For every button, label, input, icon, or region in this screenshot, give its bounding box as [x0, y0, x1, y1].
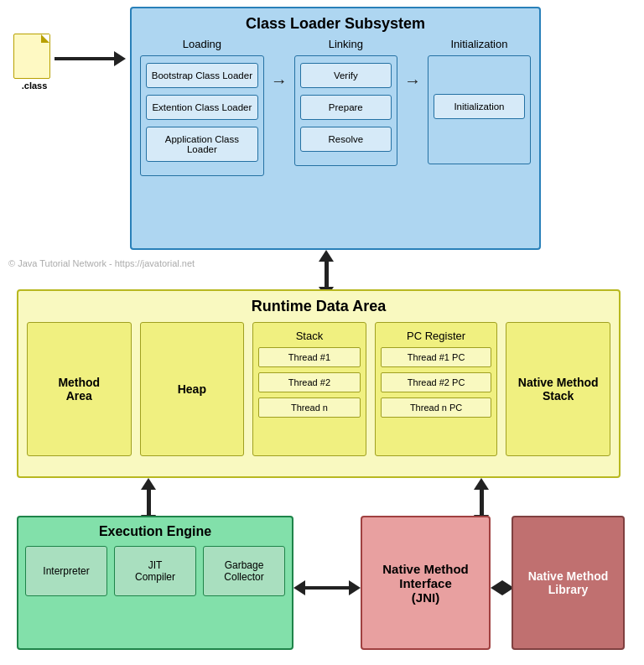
watermark: © Java Tutorial Network - https://javato…	[8, 258, 195, 268]
arrow-nmi-nml	[491, 581, 514, 595]
native-method-stack-label: Native MethodStack	[518, 376, 599, 403]
resolve-box: Resolve	[300, 127, 392, 152]
jit-compiler-label: JITCompiler	[135, 559, 175, 583]
linking-area: Verify Prepare Resolve	[294, 55, 397, 166]
linking-label: Linking	[294, 38, 397, 50]
prepare-box: Prepare	[300, 95, 392, 120]
arrow-class-to-loader	[55, 52, 126, 65]
pc-register-title: PC Register	[381, 330, 492, 342]
class-loader-subsystem: Class Loader Subsystem Loading Bootstrap…	[130, 7, 541, 250]
method-area-box: MethodArea	[27, 322, 132, 456]
runtime-data-area: Runtime Data Area MethodArea Heap Stack …	[17, 289, 621, 478]
nml-label: Native MethodLibrary	[528, 569, 609, 596]
exec-engine-title: Execution Engine	[18, 517, 292, 546]
cls-init-section: Initialization Initialization	[428, 38, 531, 164]
pc-register-box: PC Register Thread #1 PC Thread #2 PC Th…	[375, 322, 498, 456]
stack-box: Stack Thread #1 Thread #2 Thread n	[252, 322, 366, 456]
class-file-label: .class	[13, 81, 55, 91]
arrow-linking-init: →	[402, 71, 423, 91]
extension-class-loader: Extention Class Loader	[146, 95, 258, 120]
bootstrap-class-loader: Bootstrap Class Loader	[146, 63, 258, 88]
cls-loading-section: Loading Bootstrap Class Loader Extention…	[140, 38, 264, 176]
native-method-library: Native MethodLibrary	[512, 516, 625, 650]
thread-2: Thread #2	[258, 372, 361, 392]
native-method-interface: Native MethodInterface(JNI)	[361, 516, 491, 650]
arrow-exec-nmi	[293, 581, 361, 595]
runtime-sections: MethodArea Heap Stack Thread #1 Thread #…	[18, 322, 619, 456]
diagram-container: .class Class Loader Subsystem Loading Bo…	[0, 0, 644, 665]
thread-n: Thread n	[258, 397, 361, 418]
nmi-label: Native MethodInterface(JNI)	[382, 562, 469, 605]
init-label: Initialization	[428, 38, 531, 50]
loading-area: Bootstrap Class Loader Extention Class L…	[140, 55, 264, 176]
execution-engine: Execution Engine Interpreter JITCompiler…	[17, 516, 293, 650]
pc-thread-1: Thread #1 PC	[381, 347, 492, 367]
class-file-icon: .class	[13, 34, 55, 84]
pc-thread-2: Thread #2 PC	[381, 372, 492, 392]
native-method-stack-box: Native MethodStack	[506, 322, 610, 456]
loading-label: Loading	[140, 38, 264, 50]
runtime-title: Runtime Data Area	[18, 291, 619, 320]
heap-label: Heap	[178, 382, 206, 396]
stack-title: Stack	[258, 330, 361, 342]
application-class-loader: Application Class Loader	[146, 127, 258, 162]
jit-compiler-box: JITCompiler	[114, 546, 196, 596]
exec-sections: Interpreter JITCompiler GarbageCollector	[18, 546, 292, 596]
verify-box: Verify	[300, 63, 392, 88]
thread-1: Thread #1	[258, 347, 361, 367]
interpreter-box: Interpreter	[25, 546, 107, 596]
init-area: Initialization	[428, 55, 531, 164]
method-area-label: MethodArea	[58, 376, 100, 403]
cls-linking-section: Linking Verify Prepare Resolve	[294, 38, 397, 166]
garbage-collector-label: GarbageCollector	[224, 559, 263, 583]
pc-thread-n: Thread n PC	[381, 397, 492, 418]
arrow-loading-linking: →	[269, 71, 289, 91]
heap-box: Heap	[140, 322, 245, 456]
interpreter-label: Interpreter	[43, 565, 89, 577]
class-loader-title: Class Loader Subsystem	[132, 8, 539, 38]
garbage-collector-box: GarbageCollector	[203, 546, 285, 596]
initialization-box: Initialization	[434, 94, 525, 119]
